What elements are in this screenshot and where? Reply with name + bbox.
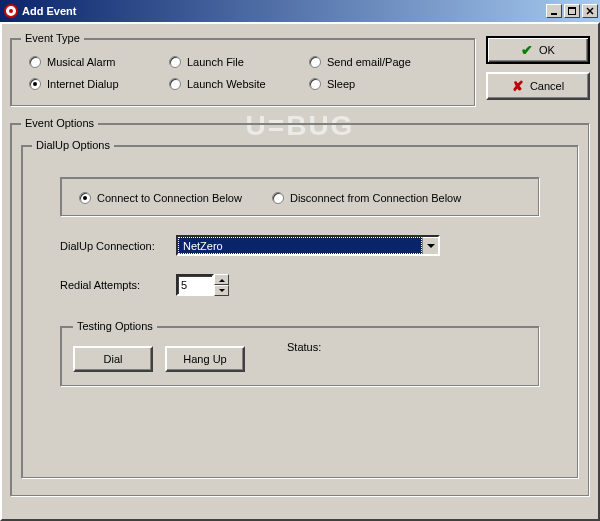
event-type-legend: Event Type (21, 32, 84, 44)
event-options-group: Event Options DialUp Options Connect to … (10, 117, 590, 497)
window-title: Add Event (22, 5, 546, 17)
radio-musical-alarm[interactable]: Musical Alarm (29, 56, 169, 68)
chevron-down-icon[interactable] (422, 237, 438, 254)
dialog-body: U=BUG Event Type Musical Alarm Launch Fi… (0, 22, 600, 521)
radio-launch-website[interactable]: Launch Website (169, 78, 309, 90)
spin-down-icon[interactable] (214, 285, 229, 296)
svg-point-1 (9, 9, 13, 13)
dialup-options-legend: DialUp Options (32, 139, 114, 151)
spin-up-icon[interactable] (214, 274, 229, 285)
testing-legend: Testing Options (73, 320, 157, 332)
maximize-button[interactable] (564, 4, 580, 18)
event-options-legend: Event Options (21, 117, 98, 129)
dialup-mode-group: Connect to Connection Below Disconnect f… (60, 177, 540, 217)
app-icon (4, 4, 18, 18)
cross-icon: ✘ (512, 78, 524, 94)
status-label: Status: (287, 341, 321, 353)
dialup-options-group: DialUp Options Connect to Connection Bel… (21, 139, 579, 479)
radio-disconnect[interactable]: Disconnect from Connection Below (272, 192, 461, 204)
dial-button[interactable]: Dial (73, 346, 153, 372)
close-button[interactable] (582, 4, 598, 18)
event-type-group: Event Type Musical Alarm Launch File Sen… (10, 32, 476, 107)
testing-options-group: Testing Options Dial Hang Up Status: (60, 320, 540, 387)
redial-input[interactable] (176, 274, 214, 296)
checkmark-icon: ✔ (521, 42, 533, 58)
redial-spinner[interactable] (176, 274, 229, 296)
connection-value: NetZero (178, 237, 422, 254)
radio-launch-file[interactable]: Launch File (169, 56, 309, 68)
svg-rect-2 (551, 13, 557, 15)
title-bar: Add Event (0, 0, 600, 22)
redial-label: Redial Attempts: (60, 279, 170, 291)
radio-internet-dialup[interactable]: Internet Dialup (29, 78, 169, 90)
connection-combo[interactable]: NetZero (176, 235, 440, 256)
connection-label: DialUp Connection: (60, 240, 170, 252)
hangup-button[interactable]: Hang Up (165, 346, 245, 372)
cancel-button[interactable]: ✘ Cancel (486, 72, 590, 100)
ok-button[interactable]: ✔ OK (486, 36, 590, 64)
radio-sleep[interactable]: Sleep (309, 78, 459, 90)
svg-rect-4 (568, 7, 576, 9)
radio-send-email[interactable]: Send email/Page (309, 56, 459, 68)
minimize-button[interactable] (546, 4, 562, 18)
radio-connect[interactable]: Connect to Connection Below (79, 192, 242, 204)
